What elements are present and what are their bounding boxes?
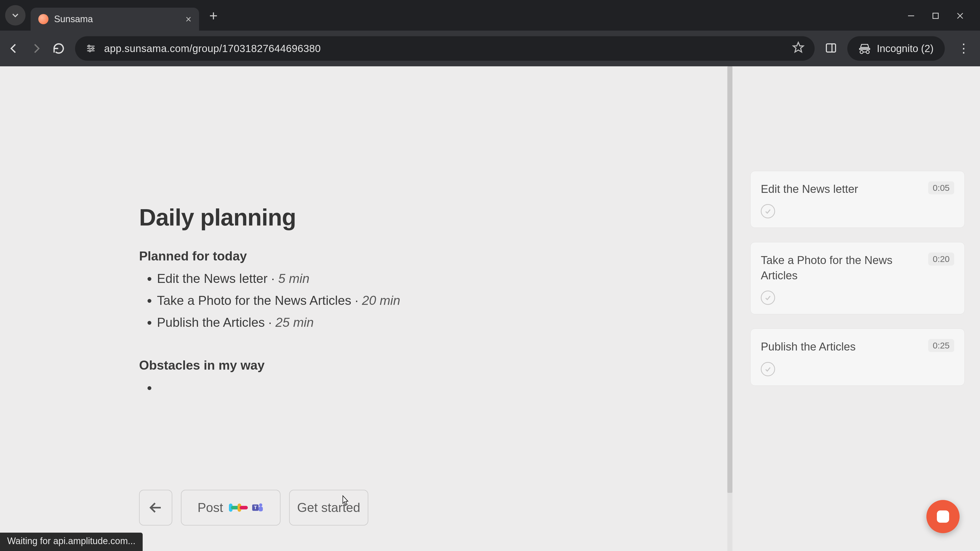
task-time-badge: 0:05 [928,181,954,194]
svg-point-9 [89,50,91,52]
task-card[interactable]: Publish the Articles 0:25 [750,329,965,386]
planned-item-title: Edit the News letter [157,272,268,286]
planned-item-title: Publish the Articles [157,315,265,330]
task-card[interactable]: Edit the News letter 0:05 [750,171,965,228]
planned-heading: Planned for today [139,249,732,264]
obstacles-list[interactable] [139,380,732,395]
scrollbar-thumb[interactable] [727,66,732,493]
svg-rect-17 [259,507,263,511]
window-minimize-button[interactable] [907,11,916,21]
intercom-launcher[interactable] [926,500,959,533]
window-close-button[interactable] [956,11,965,21]
task-complete-toggle[interactable] [761,362,775,376]
address-bar[interactable]: app.sunsama.com/group/17031827644696380 [75,36,815,61]
planned-item[interactable]: Edit the News letter · 5 min [157,271,732,286]
new-tab-button[interactable]: + [209,9,218,23]
action-row: Post T Get started [139,490,368,526]
nav-reload-button[interactable] [52,42,65,55]
back-button[interactable] [139,490,172,526]
nav-forward-button[interactable] [30,42,42,55]
svg-text:T: T [254,505,257,510]
planned-item[interactable]: Take a Photo for the News Articles · 20 … [157,293,732,308]
slack-icon [231,501,243,514]
svg-marker-10 [793,42,803,52]
browser-tabstrip: Sunsama × + [0,0,980,30]
planned-item-duration: 25 min [275,315,313,330]
obstacle-item[interactable] [157,380,732,395]
sunsama-favicon [38,14,48,24]
task-title: Take a Photo for the News Articles [761,252,954,283]
url-text: app.sunsama.com/group/17031827644696380 [104,43,784,54]
task-complete-toggle[interactable] [761,204,775,218]
main-column: Daily planning Planned for today Edit th… [0,66,732,551]
planned-item-duration: 5 min [278,272,309,286]
svg-point-7 [88,45,90,47]
task-card[interactable]: Take a Photo for the News Articles 0:20 [750,242,965,314]
planned-item-duration: 20 min [362,293,400,308]
incognito-label: Incognito (2) [877,43,934,54]
incognito-indicator[interactable]: Incognito (2) [847,36,945,61]
tab-title: Sunsama [54,14,180,24]
get-started-label: Get started [297,500,360,515]
task-complete-toggle[interactable] [761,291,775,305]
nav-back-button[interactable] [8,42,20,55]
get-started-button[interactable]: Get started [289,490,368,526]
browser-tab-active[interactable]: Sunsama × [30,8,199,30]
svg-point-8 [92,48,94,49]
side-panel-icon[interactable] [825,42,837,55]
site-settings-icon[interactable] [85,43,97,54]
teams-icon: T [251,501,264,514]
task-title: Edit the News letter [761,181,954,197]
svg-point-16 [259,503,262,507]
task-title: Publish the Articles [761,339,954,354]
post-button[interactable]: Post T [181,490,280,526]
post-button-label: Post [197,500,223,515]
status-bar: Waiting for api.amplitude.com... [0,533,143,551]
planning-content: Daily planning Planned for today Edit th… [0,66,732,395]
app-viewport: Daily planning Planned for today Edit th… [0,66,980,551]
task-sidebar: Edit the News letter 0:05 Take a Photo f… [732,66,980,551]
page-title: Daily planning [139,204,732,231]
bookmark-star-icon[interactable] [792,41,804,56]
close-tab-icon[interactable]: × [186,14,191,24]
window-maximize-button[interactable] [931,11,940,21]
planned-item[interactable]: Publish the Articles · 25 min [157,315,732,330]
chrome-menu-button[interactable]: ⋮ [955,42,972,55]
obstacles-heading: Obstacles in my way [139,358,732,373]
svg-rect-11 [826,44,835,52]
browser-toolbar: app.sunsama.com/group/17031827644696380 … [0,30,980,66]
planned-list: Edit the News letter · 5 min Take a Phot… [139,271,732,330]
planned-item-title: Take a Photo for the News Articles [157,293,351,308]
tab-search-button[interactable] [5,5,25,25]
task-time-badge: 0:25 [928,339,954,352]
svg-rect-1 [933,13,939,19]
task-time-badge: 0:20 [928,252,954,265]
